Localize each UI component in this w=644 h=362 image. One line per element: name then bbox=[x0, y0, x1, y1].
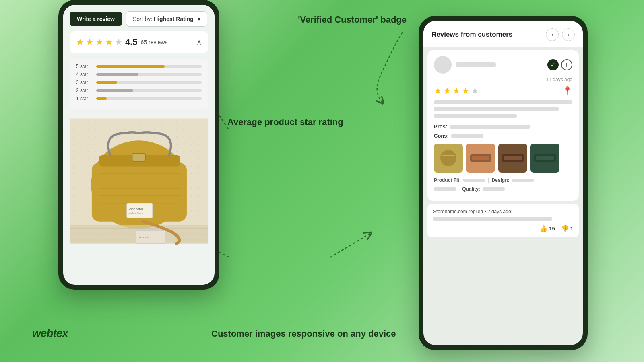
quality-bar-2 bbox=[483, 187, 505, 191]
star-5-icon: ★ bbox=[115, 37, 123, 47]
reviews-header: Reviews from customers ‹ › bbox=[423, 21, 583, 47]
reviewer-info bbox=[434, 56, 496, 74]
review-images bbox=[434, 144, 572, 173]
pros-row: Pros: bbox=[434, 123, 572, 130]
sort-button[interactable]: Sort by: Highest Rating ▾ bbox=[126, 11, 207, 27]
star-bars: 5 star 4 star 3 star bbox=[70, 59, 208, 109]
dislike-count: 1 bbox=[570, 226, 573, 232]
svg-rect-11 bbox=[127, 203, 153, 218]
stars-row: ★ ★ ★ ★ ★ bbox=[76, 37, 123, 47]
sort-chevron-icon: ▾ bbox=[198, 16, 200, 22]
review-actions: 👍 15 👎 1 bbox=[433, 225, 573, 232]
like-action[interactable]: 👍 15 bbox=[539, 225, 555, 232]
pros-label: Pros: bbox=[434, 123, 447, 130]
write-review-button[interactable]: Write a review bbox=[70, 12, 122, 26]
reviewer-name-placeholder bbox=[456, 62, 496, 67]
r-star-1: ★ bbox=[434, 86, 442, 96]
review-img-4[interactable] bbox=[530, 144, 559, 173]
nav-next-button[interactable]: › bbox=[562, 28, 575, 41]
r-star-4: ★ bbox=[462, 86, 470, 96]
star-4-icon: ★ bbox=[105, 37, 113, 47]
bar-track-5 bbox=[96, 65, 202, 68]
svg-rect-23 bbox=[442, 155, 455, 156]
star-3-label: 3 star bbox=[76, 80, 92, 85]
bar-track-2 bbox=[96, 89, 202, 92]
annotation-verified-badge: 'Verified Customer' badge bbox=[298, 14, 407, 26]
review-date: 11 days ago bbox=[434, 77, 572, 82]
bar-track-4 bbox=[96, 73, 202, 76]
product-image: LARA PARIS made in france passport bbox=[70, 113, 208, 249]
top-buttons-row: Write a review Sort by: Highest Rating ▾ bbox=[70, 11, 208, 27]
attr-divider-2: | bbox=[458, 186, 460, 192]
r-star-2: ★ bbox=[443, 86, 451, 96]
thumbs-up-icon: 👍 bbox=[539, 225, 547, 232]
nav-prev-button[interactable]: ‹ bbox=[546, 28, 559, 41]
review-text-line-2 bbox=[434, 107, 559, 111]
thumbs-down-icon: 👎 bbox=[561, 225, 569, 232]
verified-check-badge: ✓ bbox=[547, 59, 559, 70]
annotation-average-rating: Average product star rating bbox=[227, 117, 343, 128]
cons-value-placeholder bbox=[451, 134, 483, 138]
sort-label: Sort by: bbox=[133, 16, 152, 22]
webtex-logo: webtex bbox=[32, 327, 68, 340]
svg-text:made in france: made in france bbox=[128, 212, 143, 214]
store-reply: Storename.com replied • 2 days ago: 👍 15… bbox=[427, 204, 579, 237]
star-1-icon: ★ bbox=[76, 37, 84, 47]
like-count: 15 bbox=[549, 226, 555, 232]
attr-divider-1: | bbox=[488, 177, 489, 183]
collapse-icon[interactable]: ∧ bbox=[196, 38, 202, 47]
dislike-action[interactable]: 👎 1 bbox=[561, 225, 573, 232]
design-bar bbox=[512, 179, 534, 182]
r-star-3: ★ bbox=[452, 86, 460, 96]
bar-track-3 bbox=[96, 81, 202, 84]
review-stars: ★ ★ ★ ★ ★ bbox=[434, 86, 479, 96]
store-reply-header: Storename.com replied • 2 days ago: bbox=[433, 209, 573, 214]
star-2-icon: ★ bbox=[86, 37, 94, 47]
star-1-label: 1 star bbox=[76, 96, 92, 101]
product-fit-bar bbox=[463, 179, 485, 182]
svg-text:LARA PARIS: LARA PARIS bbox=[128, 207, 143, 210]
attributes-row-2: | Quality: bbox=[434, 186, 572, 192]
rating-number: 4.5 bbox=[125, 37, 138, 47]
svg-rect-26 bbox=[472, 156, 489, 160]
svg-point-22 bbox=[440, 150, 456, 166]
quality-label: Quality: bbox=[462, 186, 480, 192]
avatar bbox=[434, 56, 452, 74]
star-bar-row-4: 4 star bbox=[76, 72, 202, 77]
star-3-icon: ★ bbox=[95, 37, 103, 47]
product-fit-label: Product Fit: bbox=[434, 177, 461, 183]
svg-rect-32 bbox=[536, 156, 554, 160]
svg-rect-29 bbox=[504, 156, 522, 160]
annotation-customer-images: Customer images responsive on any device bbox=[211, 328, 396, 340]
star-bar-row-1: 1 star bbox=[76, 96, 202, 101]
sort-value: Highest Rating bbox=[154, 16, 194, 22]
star-2-label: 2 star bbox=[76, 88, 92, 93]
review-text-line-3 bbox=[434, 114, 517, 118]
design-label: Design: bbox=[491, 177, 509, 183]
star-bar-row-5: 5 star bbox=[76, 64, 202, 69]
r-star-5: ★ bbox=[471, 86, 479, 96]
review-count: 65 reviews bbox=[141, 39, 168, 45]
review-text-line-1 bbox=[434, 100, 572, 104]
rating-summary: ★ ★ ★ ★ ★ 4.5 65 reviews ∧ bbox=[70, 31, 208, 53]
left-phone: Write a review Sort by: Highest Rating ▾… bbox=[58, 0, 219, 290]
reviews-title: Reviews from customers bbox=[431, 31, 512, 39]
bar-track-1 bbox=[96, 97, 202, 100]
cons-row: Cons: bbox=[434, 133, 572, 139]
cons-label: Cons: bbox=[434, 133, 449, 139]
attributes-row: Product Fit: | Design: bbox=[434, 177, 572, 183]
review-img-1[interactable] bbox=[434, 144, 463, 173]
star-4-label: 4 star bbox=[76, 72, 92, 77]
verified-badges: ✓ i bbox=[547, 59, 572, 70]
quality-bar bbox=[434, 187, 456, 191]
svg-text:passport: passport bbox=[138, 235, 149, 239]
nav-arrows: ‹ › bbox=[546, 28, 575, 41]
store-reply-line bbox=[433, 217, 552, 221]
svg-rect-5 bbox=[132, 153, 146, 161]
review-card: ✓ i 11 days ago ★ ★ ★ ★ ★ 📍 bbox=[423, 47, 583, 245]
info-badge: i bbox=[561, 59, 572, 70]
right-phone: Reviews from customers ‹ › ✓ i bbox=[419, 16, 588, 350]
star-bar-row-3: 3 star bbox=[76, 80, 202, 85]
review-img-3[interactable] bbox=[498, 144, 527, 173]
review-img-2[interactable] bbox=[466, 144, 495, 173]
